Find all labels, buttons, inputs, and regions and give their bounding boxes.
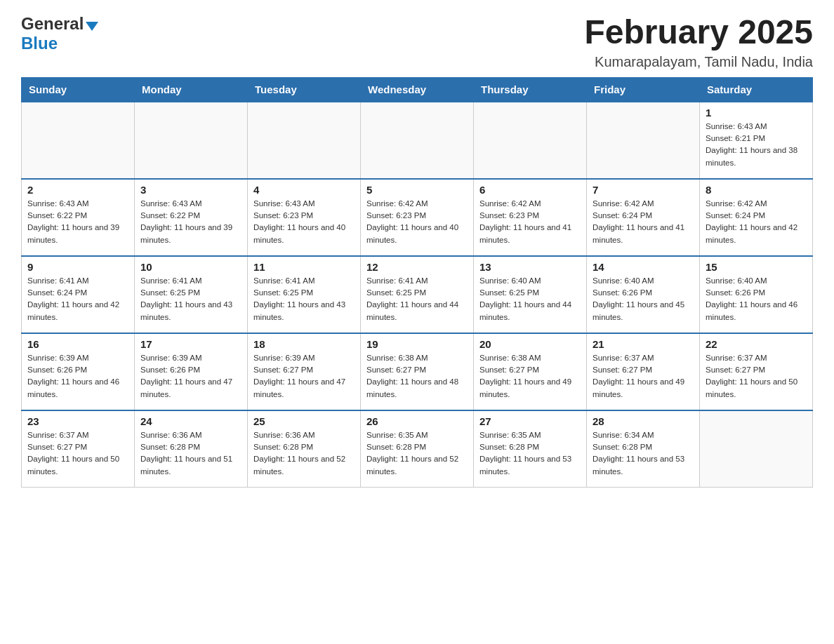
day-number: 17 xyxy=(140,338,241,350)
calendar-cell xyxy=(361,102,474,179)
calendar-cell xyxy=(700,410,813,488)
day-number: 7 xyxy=(593,184,694,196)
column-header-saturday: Saturday xyxy=(700,77,813,102)
calendar-header-row: SundayMondayTuesdayWednesdayThursdayFrid… xyxy=(22,77,813,102)
day-number: 21 xyxy=(593,338,694,350)
day-info: Sunrise: 6:39 AMSunset: 6:27 PMDaylight:… xyxy=(253,352,355,401)
calendar-cell: 21Sunrise: 6:37 AMSunset: 6:27 PMDayligh… xyxy=(587,333,700,410)
day-info: Sunrise: 6:40 AMSunset: 6:25 PMDaylight:… xyxy=(479,275,581,323)
calendar-week-row: 16Sunrise: 6:39 AMSunset: 6:26 PMDayligh… xyxy=(22,333,813,410)
calendar-week-row: 23Sunrise: 6:37 AMSunset: 6:27 PMDayligh… xyxy=(22,410,813,488)
calendar-cell: 25Sunrise: 6:36 AMSunset: 6:28 PMDayligh… xyxy=(248,410,361,488)
page-header: General Blue February 2025 Kumarapalayam… xyxy=(21,14,813,70)
day-info: Sunrise: 6:41 AMSunset: 6:25 PMDaylight:… xyxy=(140,275,241,323)
calendar-cell: 5Sunrise: 6:42 AMSunset: 6:23 PMDaylight… xyxy=(361,179,474,256)
day-info: Sunrise: 6:37 AMSunset: 6:27 PMDaylight:… xyxy=(706,352,807,401)
month-title: February 2025 xyxy=(584,14,813,51)
day-number: 20 xyxy=(479,338,581,350)
calendar-cell: 3Sunrise: 6:43 AMSunset: 6:22 PMDaylight… xyxy=(135,179,248,256)
day-number: 19 xyxy=(366,338,468,350)
calendar-cell: 2Sunrise: 6:43 AMSunset: 6:22 PMDaylight… xyxy=(22,179,135,256)
calendar-cell: 20Sunrise: 6:38 AMSunset: 6:27 PMDayligh… xyxy=(474,333,587,410)
logo: General Blue xyxy=(21,14,98,53)
day-info: Sunrise: 6:42 AMSunset: 6:24 PMDaylight:… xyxy=(706,198,807,246)
day-number: 15 xyxy=(706,261,807,273)
day-info: Sunrise: 6:41 AMSunset: 6:25 PMDaylight:… xyxy=(253,275,355,323)
calendar-cell: 18Sunrise: 6:39 AMSunset: 6:27 PMDayligh… xyxy=(248,333,361,410)
calendar-cell: 28Sunrise: 6:34 AMSunset: 6:28 PMDayligh… xyxy=(587,410,700,488)
calendar-cell: 16Sunrise: 6:39 AMSunset: 6:26 PMDayligh… xyxy=(22,333,135,410)
day-info: Sunrise: 6:41 AMSunset: 6:24 PMDaylight:… xyxy=(27,275,128,323)
calendar-cell: 1Sunrise: 6:43 AMSunset: 6:21 PMDaylight… xyxy=(700,102,813,179)
calendar-cell: 26Sunrise: 6:35 AMSunset: 6:28 PMDayligh… xyxy=(361,410,474,488)
day-number: 28 xyxy=(593,415,694,427)
day-number: 14 xyxy=(593,261,694,273)
day-number: 3 xyxy=(140,184,241,196)
calendar-table: SundayMondayTuesdayWednesdayThursdayFrid… xyxy=(21,77,813,488)
calendar-cell: 27Sunrise: 6:35 AMSunset: 6:28 PMDayligh… xyxy=(474,410,587,488)
calendar-cell: 14Sunrise: 6:40 AMSunset: 6:26 PMDayligh… xyxy=(587,256,700,333)
calendar-cell: 4Sunrise: 6:43 AMSunset: 6:23 PMDaylight… xyxy=(248,179,361,256)
calendar-cell xyxy=(22,102,135,179)
calendar-cell xyxy=(587,102,700,179)
day-info: Sunrise: 6:43 AMSunset: 6:22 PMDaylight:… xyxy=(140,198,241,246)
calendar-cell: 10Sunrise: 6:41 AMSunset: 6:25 PMDayligh… xyxy=(135,256,248,333)
day-number: 26 xyxy=(366,415,468,427)
day-number: 11 xyxy=(253,261,355,273)
day-number: 5 xyxy=(366,184,468,196)
calendar-cell: 17Sunrise: 6:39 AMSunset: 6:26 PMDayligh… xyxy=(135,333,248,410)
calendar-cell: 24Sunrise: 6:36 AMSunset: 6:28 PMDayligh… xyxy=(135,410,248,488)
calendar-cell: 19Sunrise: 6:38 AMSunset: 6:27 PMDayligh… xyxy=(361,333,474,410)
day-info: Sunrise: 6:43 AMSunset: 6:22 PMDaylight:… xyxy=(27,198,128,246)
day-number: 1 xyxy=(706,107,807,119)
calendar-cell: 22Sunrise: 6:37 AMSunset: 6:27 PMDayligh… xyxy=(700,333,813,410)
day-info: Sunrise: 6:35 AMSunset: 6:28 PMDaylight:… xyxy=(479,429,581,478)
calendar-cell: 23Sunrise: 6:37 AMSunset: 6:27 PMDayligh… xyxy=(22,410,135,488)
day-number: 27 xyxy=(479,415,581,427)
title-block: February 2025 Kumarapalayam, Tamil Nadu,… xyxy=(584,14,813,70)
day-info: Sunrise: 6:41 AMSunset: 6:25 PMDaylight:… xyxy=(366,275,468,323)
column-header-thursday: Thursday xyxy=(474,77,587,102)
calendar-cell xyxy=(135,102,248,179)
column-header-sunday: Sunday xyxy=(22,77,135,102)
calendar-cell: 15Sunrise: 6:40 AMSunset: 6:26 PMDayligh… xyxy=(700,256,813,333)
calendar-week-row: 1Sunrise: 6:43 AMSunset: 6:21 PMDaylight… xyxy=(22,102,813,179)
day-number: 18 xyxy=(253,338,355,350)
column-header-wednesday: Wednesday xyxy=(361,77,474,102)
day-number: 24 xyxy=(140,415,241,427)
calendar-cell: 7Sunrise: 6:42 AMSunset: 6:24 PMDaylight… xyxy=(587,179,700,256)
day-info: Sunrise: 6:42 AMSunset: 6:23 PMDaylight:… xyxy=(479,198,581,246)
day-info: Sunrise: 6:34 AMSunset: 6:28 PMDaylight:… xyxy=(593,429,694,478)
calendar-cell: 6Sunrise: 6:42 AMSunset: 6:23 PMDaylight… xyxy=(474,179,587,256)
logo-general-text: General xyxy=(21,14,84,34)
day-number: 12 xyxy=(366,261,468,273)
day-number: 8 xyxy=(706,184,807,196)
day-number: 4 xyxy=(253,184,355,196)
day-info: Sunrise: 6:39 AMSunset: 6:26 PMDaylight:… xyxy=(27,352,128,401)
calendar-cell: 8Sunrise: 6:42 AMSunset: 6:24 PMDaylight… xyxy=(700,179,813,256)
day-number: 25 xyxy=(253,415,355,427)
calendar-cell: 11Sunrise: 6:41 AMSunset: 6:25 PMDayligh… xyxy=(248,256,361,333)
day-info: Sunrise: 6:36 AMSunset: 6:28 PMDaylight:… xyxy=(253,429,355,478)
calendar-week-row: 2Sunrise: 6:43 AMSunset: 6:22 PMDaylight… xyxy=(22,179,813,256)
calendar-cell xyxy=(248,102,361,179)
calendar-cell: 12Sunrise: 6:41 AMSunset: 6:25 PMDayligh… xyxy=(361,256,474,333)
day-info: Sunrise: 6:40 AMSunset: 6:26 PMDaylight:… xyxy=(706,275,807,323)
calendar-week-row: 9Sunrise: 6:41 AMSunset: 6:24 PMDaylight… xyxy=(22,256,813,333)
day-number: 22 xyxy=(706,338,807,350)
location-title: Kumarapalayam, Tamil Nadu, India xyxy=(584,54,813,70)
day-info: Sunrise: 6:38 AMSunset: 6:27 PMDaylight:… xyxy=(479,352,581,401)
day-number: 10 xyxy=(140,261,241,273)
day-info: Sunrise: 6:36 AMSunset: 6:28 PMDaylight:… xyxy=(140,429,241,478)
day-info: Sunrise: 6:43 AMSunset: 6:21 PMDaylight:… xyxy=(706,121,807,169)
day-info: Sunrise: 6:35 AMSunset: 6:28 PMDaylight:… xyxy=(366,429,468,478)
calendar-cell: 13Sunrise: 6:40 AMSunset: 6:25 PMDayligh… xyxy=(474,256,587,333)
day-number: 16 xyxy=(27,338,128,350)
logo-blue-text: Blue xyxy=(21,34,58,53)
day-info: Sunrise: 6:42 AMSunset: 6:24 PMDaylight:… xyxy=(593,198,694,246)
calendar-cell: 9Sunrise: 6:41 AMSunset: 6:24 PMDaylight… xyxy=(22,256,135,333)
day-number: 9 xyxy=(27,261,128,273)
logo-arrow-icon xyxy=(86,22,98,31)
day-info: Sunrise: 6:39 AMSunset: 6:26 PMDaylight:… xyxy=(140,352,241,401)
column-header-tuesday: Tuesday xyxy=(248,77,361,102)
